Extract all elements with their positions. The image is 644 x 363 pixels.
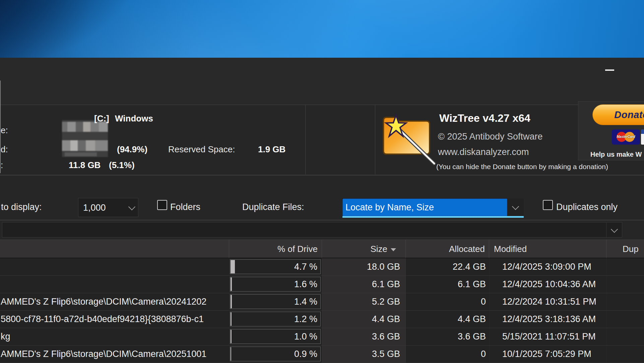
drive-name: Windows bbox=[115, 113, 153, 124]
cell-size: 6.1 GB bbox=[322, 276, 406, 293]
cell-percent-of-drive: 0.9 % bbox=[229, 346, 322, 363]
website-link[interactable]: www.diskanalyzer.com bbox=[438, 147, 529, 157]
table-row[interactable]: AMMED's Z Flip6\storage\DCIM\Camera\2025… bbox=[0, 346, 644, 363]
column-header-percent-of-drive[interactable]: % of Drive bbox=[229, 240, 322, 258]
mastercard-icon: MasterCard bbox=[612, 129, 640, 145]
used-percent: (94.9%) bbox=[117, 144, 147, 155]
table-row[interactable]: 4.7 %18.0 GB22.4 GB12/4/2025 3:09:00 PM bbox=[0, 258, 644, 276]
chevron-down-icon bbox=[128, 203, 135, 210]
free-space-value: 11.8 GB bbox=[69, 160, 101, 170]
duplicate-mode-combobox[interactable]: Locate by Name, Size bbox=[342, 199, 524, 218]
cell-dup bbox=[606, 276, 644, 293]
cell-size: 4.4 GB bbox=[322, 311, 406, 328]
sort-desc-icon bbox=[391, 248, 396, 251]
total-space-label-partial: e: bbox=[1, 125, 8, 136]
donate-help-text: Help us make W bbox=[590, 151, 642, 158]
table-row[interactable]: kg1.0 %3.6 GB3.6 GB5/15/2021 11:07:51 PM bbox=[0, 328, 644, 346]
cell-file-name bbox=[0, 258, 228, 275]
cell-allocated: 22.4 GB bbox=[406, 258, 489, 275]
window-titlebar bbox=[0, 58, 644, 105]
free-label-partial: : bbox=[1, 160, 3, 170]
reserved-space-value: 1.9 GB bbox=[258, 144, 285, 155]
section-divider bbox=[0, 175, 644, 175]
cell-percent-of-drive: 1.0 % bbox=[229, 328, 322, 345]
cell-percent-of-drive: 1.2 % bbox=[229, 311, 322, 328]
cell-modified: 12/4/2025 3:09:00 PM bbox=[489, 258, 606, 275]
used-label-partial: d: bbox=[1, 144, 8, 155]
column-header-allocated[interactable]: Allocated bbox=[406, 240, 489, 258]
chevron-down-icon bbox=[512, 203, 519, 210]
table-row[interactable]: 5800-cf78-11f0-a72d-b40edef94218}{380887… bbox=[0, 311, 644, 328]
duplicates-only-label: Duplicates only bbox=[556, 202, 618, 212]
donate-button-label: Donate bbox=[614, 109, 644, 120]
cell-modified: 10/1/2025 7:05:29 PM bbox=[489, 346, 606, 363]
cell-percent-of-drive: 1.4 % bbox=[229, 293, 322, 310]
minimize-icon bbox=[605, 69, 614, 71]
cell-size: 5.2 GB bbox=[322, 293, 406, 310]
panel-divider bbox=[305, 105, 306, 174]
column-header-name[interactable] bbox=[0, 240, 229, 258]
cell-allocated: 0 bbox=[406, 346, 489, 363]
cell-dup bbox=[606, 293, 644, 310]
cell-size: 3.5 GB bbox=[322, 346, 406, 363]
cell-file-name: AMMED's Z Flip6\storage\DCIM\Camera\2024… bbox=[0, 293, 228, 310]
app-version-title: WizTree v4.27 x64 bbox=[439, 112, 530, 124]
cell-modified: 12/4/2025 10:04:36 AM bbox=[489, 276, 606, 293]
cell-modified: 5/15/2021 11:07:51 PM bbox=[489, 328, 606, 345]
folders-label: Folders bbox=[170, 202, 200, 212]
cell-allocated: 4.4 GB bbox=[406, 311, 489, 328]
cell-file-name bbox=[0, 276, 228, 293]
duplicates-only-checkbox[interactable] bbox=[543, 200, 553, 210]
duplicate-mode-selection: Locate by Name, Size bbox=[342, 199, 507, 216]
table-row[interactable]: 1.6 %6.1 GB6.1 GB12/4/2025 10:04:36 AM bbox=[0, 276, 644, 293]
cell-allocated: 6.1 GB bbox=[406, 276, 489, 293]
cell-modified: 12/2/2024 10:31:51 PM bbox=[489, 293, 606, 310]
cell-dup bbox=[606, 258, 644, 275]
cell-size: 3.6 GB bbox=[322, 328, 406, 345]
redacted-values-block bbox=[62, 120, 108, 157]
donate-hide-note: (You can hide the Donate button by makin… bbox=[436, 163, 608, 171]
drive-letter: [C:] bbox=[94, 113, 109, 124]
cell-dup bbox=[606, 328, 644, 345]
column-header-size[interactable]: Size bbox=[322, 240, 406, 258]
cell-size: 18.0 GB bbox=[322, 258, 406, 275]
table-header: % of Drive Size Allocated Modified Dup bbox=[0, 240, 644, 258]
cell-file-name: 5800-cf78-11f0-a72d-b40edef94218}{380887… bbox=[0, 311, 228, 328]
display-count-value: 1,000 bbox=[83, 203, 106, 213]
folders-checkbox[interactable] bbox=[157, 200, 167, 210]
filter-combobox[interactable] bbox=[2, 222, 622, 238]
cell-modified: 12/4/2025 3:18:136 AM bbox=[489, 311, 606, 328]
wiztree-logo-icon bbox=[380, 112, 438, 166]
files-to-display-label: to display: bbox=[1, 202, 42, 212]
screen: e: d: : [C:] Windows (94.9%) Reserved Sp… bbox=[0, 0, 644, 363]
copyright-text: © 2025 Antibody Software bbox=[438, 132, 543, 142]
display-count-dropdown[interactable]: 1,000 bbox=[78, 198, 138, 217]
duplicate-files-label: Duplicate Files: bbox=[242, 202, 304, 212]
donate-button[interactable]: Donate bbox=[592, 104, 644, 125]
column-header-modified[interactable]: Modified bbox=[489, 240, 606, 258]
section-divider bbox=[0, 220, 644, 220]
cell-file-name: kg bbox=[0, 328, 228, 345]
column-header-dup[interactable]: Dup bbox=[606, 240, 644, 258]
payment-card-icon bbox=[641, 129, 644, 145]
cell-allocated: 0 bbox=[406, 293, 489, 310]
cell-dup bbox=[606, 346, 644, 363]
cell-percent-of-drive: 4.7 % bbox=[229, 258, 322, 275]
minimize-button[interactable] bbox=[600, 64, 619, 76]
combobox-dropdown-button[interactable] bbox=[507, 199, 524, 216]
panel-divider bbox=[375, 105, 375, 174]
desktop-wallpaper bbox=[0, 0, 644, 58]
cell-file-name: AMMED's Z Flip6\storage\DCIM\Camera\2025… bbox=[0, 346, 228, 363]
cell-percent-of-drive: 1.6 % bbox=[229, 276, 322, 293]
cell-dup bbox=[606, 311, 644, 328]
reserved-space-label: Reserved Space: bbox=[168, 144, 235, 155]
duplicate-mode-value: Locate by Name, Size bbox=[345, 202, 434, 213]
table-row[interactable]: AMMED's Z Flip6\storage\DCIM\Camera\2024… bbox=[0, 293, 644, 311]
free-space-percent: (5.1%) bbox=[109, 160, 135, 170]
chevron-down-icon bbox=[611, 226, 618, 233]
filter-dropdown-button[interactable] bbox=[606, 222, 622, 237]
file-table-body: 4.7 %18.0 GB22.4 GB12/4/2025 3:09:00 PM1… bbox=[0, 258, 644, 363]
cell-allocated: 3.6 GB bbox=[406, 328, 489, 345]
